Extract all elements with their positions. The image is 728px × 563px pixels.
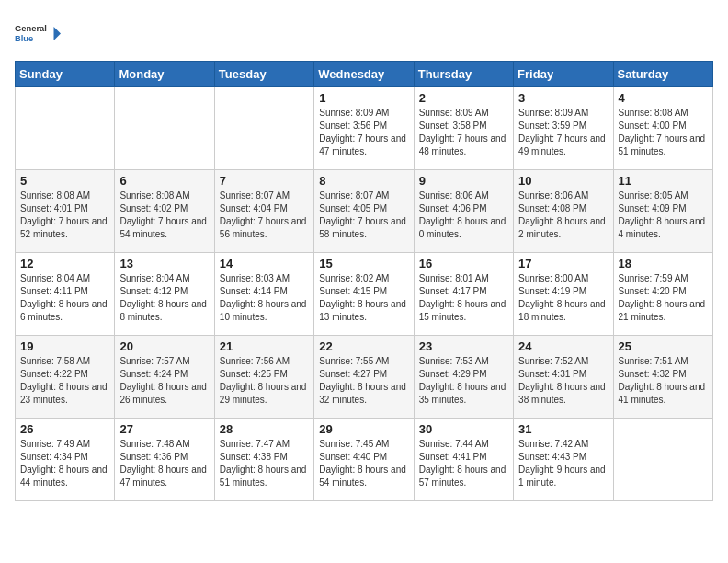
calendar-cell: 14Sunrise: 8:03 AM Sunset: 4:14 PM Dayli… — [214, 253, 313, 336]
weekday-header: Monday — [115, 62, 214, 87]
day-number: 26 — [20, 422, 109, 436]
day-number: 16 — [419, 257, 508, 270]
day-number: 14 — [220, 257, 309, 270]
calendar-cell: 13Sunrise: 8:04 AM Sunset: 4:12 PM Dayli… — [115, 253, 214, 336]
day-number: 24 — [518, 339, 608, 353]
day-info: Sunrise: 8:09 AM Sunset: 3:59 PM Dayligh… — [518, 107, 608, 158]
calendar-cell: 15Sunrise: 8:02 AM Sunset: 4:15 PM Dayli… — [314, 253, 414, 336]
day-info: Sunrise: 8:06 AM Sunset: 4:06 PM Dayligh… — [419, 190, 508, 241]
calendar-cell: 20Sunrise: 7:57 AM Sunset: 4:24 PM Dayli… — [115, 336, 214, 419]
calendar-cell: 26Sunrise: 7:49 AM Sunset: 4:34 PM Dayli… — [16, 419, 115, 501]
calendar-cell: 30Sunrise: 7:44 AM Sunset: 4:41 PM Dayli… — [414, 419, 513, 501]
weekday-header: Tuesday — [214, 62, 313, 87]
day-number: 12 — [20, 257, 109, 270]
day-info: Sunrise: 8:04 AM Sunset: 4:11 PM Dayligh… — [20, 272, 109, 324]
calendar-cell: 5Sunrise: 8:08 AM Sunset: 4:01 PM Daylig… — [16, 170, 115, 253]
svg-text:General: General — [15, 24, 47, 33]
calendar-cell: 22Sunrise: 7:55 AM Sunset: 4:27 PM Dayli… — [314, 336, 414, 419]
calendar-cell: 23Sunrise: 7:53 AM Sunset: 4:29 PM Dayli… — [414, 336, 513, 419]
calendar-cell: 10Sunrise: 8:06 AM Sunset: 4:08 PM Dayli… — [514, 170, 613, 253]
calendar-week-row: 26Sunrise: 7:49 AM Sunset: 4:34 PM Dayli… — [16, 419, 713, 501]
day-info: Sunrise: 7:57 AM Sunset: 4:24 PM Dayligh… — [119, 355, 209, 407]
day-info: Sunrise: 8:09 AM Sunset: 3:58 PM Dayligh… — [419, 107, 508, 158]
calendar-cell: 11Sunrise: 8:05 AM Sunset: 4:09 PM Dayli… — [613, 170, 712, 253]
calendar-cell: 1Sunrise: 8:09 AM Sunset: 3:56 PM Daylig… — [314, 87, 414, 170]
day-info: Sunrise: 7:52 AM Sunset: 4:31 PM Dayligh… — [518, 355, 608, 407]
day-info: Sunrise: 7:44 AM Sunset: 4:41 PM Dayligh… — [419, 438, 508, 489]
day-number: 11 — [619, 174, 708, 188]
day-info: Sunrise: 8:05 AM Sunset: 4:09 PM Dayligh… — [619, 190, 708, 241]
day-number: 7 — [220, 174, 309, 188]
day-info: Sunrise: 7:48 AM Sunset: 4:36 PM Dayligh… — [119, 438, 209, 489]
calendar-week-row: 1Sunrise: 8:09 AM Sunset: 3:56 PM Daylig… — [16, 87, 713, 170]
weekday-header: Thursday — [414, 62, 513, 87]
calendar-week-row: 12Sunrise: 8:04 AM Sunset: 4:11 PM Dayli… — [16, 253, 713, 336]
day-info: Sunrise: 8:08 AM Sunset: 4:00 PM Dayligh… — [619, 107, 708, 158]
day-number: 23 — [419, 339, 508, 353]
day-info: Sunrise: 7:49 AM Sunset: 4:34 PM Dayligh… — [20, 438, 109, 489]
day-number: 3 — [518, 91, 608, 105]
day-number: 27 — [119, 422, 209, 436]
day-number: 2 — [419, 91, 508, 105]
svg-marker-2 — [54, 27, 62, 40]
calendar-cell: 4Sunrise: 8:08 AM Sunset: 4:00 PM Daylig… — [613, 87, 712, 170]
day-info: Sunrise: 8:02 AM Sunset: 4:15 PM Dayligh… — [319, 272, 408, 324]
day-number: 15 — [319, 257, 408, 270]
day-info: Sunrise: 8:08 AM Sunset: 4:02 PM Dayligh… — [119, 190, 209, 241]
day-info: Sunrise: 8:01 AM Sunset: 4:17 PM Dayligh… — [419, 272, 508, 324]
calendar-cell — [613, 419, 712, 501]
day-number: 19 — [20, 339, 109, 353]
day-info: Sunrise: 7:59 AM Sunset: 4:20 PM Dayligh… — [619, 272, 708, 324]
calendar-cell: 3Sunrise: 8:09 AM Sunset: 3:59 PM Daylig… — [514, 87, 613, 170]
calendar-cell: 29Sunrise: 7:45 AM Sunset: 4:40 PM Dayli… — [314, 419, 414, 501]
day-info: Sunrise: 7:45 AM Sunset: 4:40 PM Dayligh… — [319, 438, 408, 489]
day-number: 30 — [419, 422, 508, 436]
calendar-cell: 27Sunrise: 7:48 AM Sunset: 4:36 PM Dayli… — [115, 419, 214, 501]
calendar-cell: 2Sunrise: 8:09 AM Sunset: 3:58 PM Daylig… — [414, 87, 513, 170]
day-number: 20 — [119, 339, 209, 353]
calendar-cell: 9Sunrise: 8:06 AM Sunset: 4:06 PM Daylig… — [414, 170, 513, 253]
calendar-cell: 18Sunrise: 7:59 AM Sunset: 4:20 PM Dayli… — [613, 253, 712, 336]
weekday-header: Sunday — [16, 62, 115, 87]
calendar-cell: 25Sunrise: 7:51 AM Sunset: 4:32 PM Dayli… — [613, 336, 712, 419]
weekday-header: Saturday — [613, 62, 712, 87]
calendar-cell: 19Sunrise: 7:58 AM Sunset: 4:22 PM Dayli… — [16, 336, 115, 419]
day-info: Sunrise: 8:03 AM Sunset: 4:14 PM Dayligh… — [220, 272, 309, 324]
calendar-cell — [214, 87, 313, 170]
day-number: 25 — [619, 339, 708, 353]
day-number: 9 — [419, 174, 508, 188]
calendar-cell: 7Sunrise: 8:07 AM Sunset: 4:04 PM Daylig… — [214, 170, 313, 253]
day-info: Sunrise: 7:53 AM Sunset: 4:29 PM Dayligh… — [419, 355, 508, 407]
day-number: 21 — [220, 339, 309, 353]
calendar-week-row: 19Sunrise: 7:58 AM Sunset: 4:22 PM Dayli… — [16, 336, 713, 419]
day-info: Sunrise: 7:55 AM Sunset: 4:27 PM Dayligh… — [319, 355, 408, 407]
day-number: 8 — [319, 174, 408, 188]
logo: General Blue — [15, 15, 61, 53]
weekday-header: Wednesday — [314, 62, 414, 87]
calendar-week-row: 5Sunrise: 8:08 AM Sunset: 4:01 PM Daylig… — [16, 170, 713, 253]
day-info: Sunrise: 8:00 AM Sunset: 4:19 PM Dayligh… — [518, 272, 608, 324]
day-info: Sunrise: 7:58 AM Sunset: 4:22 PM Dayligh… — [20, 355, 109, 407]
calendar-table: SundayMondayTuesdayWednesdayThursdayFrid… — [15, 61, 713, 501]
day-number: 10 — [518, 174, 608, 188]
day-number: 13 — [119, 257, 209, 270]
svg-text:Blue: Blue — [15, 34, 33, 43]
day-number: 28 — [220, 422, 309, 436]
day-info: Sunrise: 8:06 AM Sunset: 4:08 PM Dayligh… — [518, 190, 608, 241]
calendar-cell — [115, 87, 214, 170]
day-info: Sunrise: 7:56 AM Sunset: 4:25 PM Dayligh… — [220, 355, 309, 407]
weekday-header-row: SundayMondayTuesdayWednesdayThursdayFrid… — [16, 62, 713, 87]
day-number: 18 — [619, 257, 708, 270]
day-info: Sunrise: 8:08 AM Sunset: 4:01 PM Dayligh… — [20, 190, 109, 241]
calendar-cell: 28Sunrise: 7:47 AM Sunset: 4:38 PM Dayli… — [214, 419, 313, 501]
day-info: Sunrise: 8:09 AM Sunset: 3:56 PM Dayligh… — [319, 107, 408, 158]
calendar-cell: 24Sunrise: 7:52 AM Sunset: 4:31 PM Dayli… — [514, 336, 613, 419]
day-number: 1 — [319, 91, 408, 105]
day-number: 31 — [518, 422, 608, 436]
day-number: 17 — [518, 257, 608, 270]
logo-svg: General Blue — [15, 15, 61, 53]
day-info: Sunrise: 7:42 AM Sunset: 4:43 PM Dayligh… — [518, 438, 608, 489]
day-number: 29 — [319, 422, 408, 436]
weekday-header: Friday — [514, 62, 613, 87]
calendar-cell: 31Sunrise: 7:42 AM Sunset: 4:43 PM Dayli… — [514, 419, 613, 501]
